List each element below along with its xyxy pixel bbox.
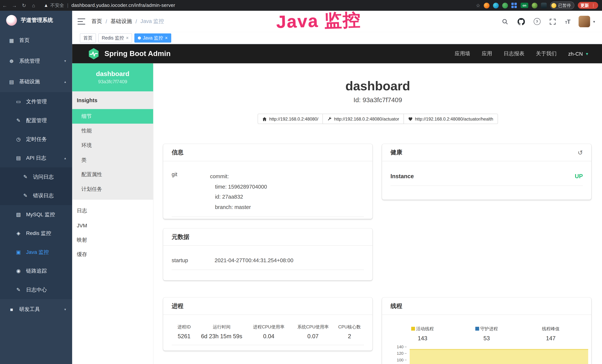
metadata-card-title: 元数据 <box>163 228 373 246</box>
tab-java-monitor[interactable]: Java 监控 × <box>134 33 171 43</box>
close-icon[interactable]: × <box>126 35 129 41</box>
annotation-java-monitor: Java 监控 <box>265 8 373 34</box>
sidebar-item-label: 首页 <box>19 37 30 44</box>
forward-icon[interactable]: → <box>10 2 19 8</box>
back-icon[interactable]: ← <box>0 2 10 8</box>
sidebar-item-access-log[interactable]: ✎ 访问日志 <box>0 167 72 186</box>
paused-badge[interactable]: 已暂停 <box>550 1 574 9</box>
bookmark-star-icon[interactable]: ☆ <box>476 2 480 8</box>
tab-redis-monitor[interactable]: Redis 监控 × <box>98 33 132 43</box>
sidebar-item-mysql-monitor[interactable]: ▧ MySQL 监控 <box>0 205 72 224</box>
sidebar-item-label: 访问日志 <box>33 173 54 180</box>
home-icon <box>262 117 267 121</box>
sidebar-item-label: 配置管理 <box>26 117 47 124</box>
threads-card-title: 线程 <box>382 298 591 315</box>
toolbox-icon: ■ <box>9 307 15 312</box>
sidebar-item-label: 错误日志 <box>33 192 54 199</box>
avatar-caret-down-icon[interactable]: ▾ <box>593 20 595 24</box>
sba-item-classes[interactable]: 类 <box>72 153 153 167</box>
metadata-value: 2021-04-27T00:44:31.254+08:00 <box>215 257 293 263</box>
sba-item-details[interactable]: 细节 <box>72 109 153 124</box>
value-pid: 5261 <box>172 333 197 339</box>
github-icon[interactable] <box>517 18 525 25</box>
actuator-link[interactable]: http://192.168.0.2:48080/actuator <box>322 114 404 124</box>
sidebar-item-scheduled-job[interactable]: ◷ 定时任务 <box>0 130 72 149</box>
process-table-headers: 进程ID 运行时间 进程CPU使用率 系统CPU使用率 CPU核心数 <box>172 324 364 330</box>
sba-item-mappings[interactable]: 映射 <box>72 233 153 247</box>
monitor-icon: ▣ <box>15 249 22 255</box>
log-pencil-icon: ✎ <box>22 174 28 180</box>
sidebar-item-api-log[interactable]: ▤ API 日志 ▴ <box>0 149 72 167</box>
sba-item-caches[interactable]: 缓存 <box>72 247 153 262</box>
security-indicator[interactable]: ▲ 不安全 <box>44 2 64 9</box>
history-icon[interactable]: ↺ <box>578 149 583 156</box>
breadcrumb-home[interactable]: 首页 <box>91 18 102 25</box>
sidebar-collapse-icon[interactable] <box>77 18 85 24</box>
info-card: 信息 git commit: time: 1596289704000 id: 2… <box>163 144 373 219</box>
close-icon[interactable]: × <box>165 35 168 41</box>
live-threads-area <box>410 349 588 364</box>
instance-header[interactable]: dashboard 93a3fc7f7409 <box>72 64 153 91</box>
sba-item-scheduled-tasks[interactable]: 计划任务 <box>72 182 153 197</box>
sba-nav-about[interactable]: 关于我们 <box>536 50 557 57</box>
tab-label: Redis 监控 <box>102 35 124 41</box>
locale-selector[interactable]: zh-CN ▼ <box>568 51 589 57</box>
sidebar-item-java-monitor[interactable]: ▣ Java 监控 <box>0 243 72 261</box>
sba-item-environment[interactable]: 环境 <box>72 138 153 153</box>
search-icon[interactable] <box>501 18 509 25</box>
browser-toolbar: ← → ↻ ⌂ ▲ 不安全 | dashboard.yudao.iocoder.… <box>0 0 602 11</box>
sidebar-item-infra[interactable]: ▤ 基础设施 ▴ <box>0 71 72 92</box>
sba-nav-applications[interactable]: 应用 <box>482 50 492 57</box>
sidebar-item-dev-tools[interactable]: ■ 研发工具 ▾ <box>0 299 72 320</box>
user-avatar[interactable] <box>579 16 590 27</box>
browser-home-icon[interactable]: ⌂ <box>29 2 38 8</box>
sidebar-item-file-manage[interactable]: ▭ 文件管理 <box>0 92 72 111</box>
sidebar-item-config-manage[interactable]: ✎ 配置管理 <box>0 111 72 130</box>
instance-links: http://192.168.0.2:48080/ http://192.168… <box>153 114 602 124</box>
update-button[interactable]: 更新 ⋮ <box>578 2 598 9</box>
fox-extension-icon[interactable] <box>484 2 489 8</box>
info-key: git <box>172 171 210 212</box>
sidebar-item-redis-monitor[interactable]: ◈ Redis 监控 <box>0 224 72 243</box>
app-logo-row[interactable]: 芋道管理系统 <box>0 11 72 30</box>
sba-brand-title[interactable]: Spring Boot Admin <box>104 50 171 58</box>
sba-item-jvm[interactable]: JVM <box>72 218 153 233</box>
col-header-pid: 进程ID <box>172 324 197 330</box>
sidebar-item-label: Java 监控 <box>26 249 49 256</box>
sba-nav-wallboard[interactable]: 应用墙 <box>455 50 470 57</box>
metadata-card: 元数据 startup 2021-04-27T00:44:31.254+08:0… <box>163 228 373 280</box>
header-actions: ? TT ▾ <box>501 16 602 27</box>
tab-label: 首页 <box>83 35 93 41</box>
address-bar-url[interactable]: dashboard.yudao.iocoder.cn/infra/admin-s… <box>71 3 175 8</box>
sidebar-item-system[interactable]: ☸ 系统管理 ▾ <box>0 51 72 71</box>
health-link[interactable]: http://192.168.0.2:48080/actuator/health <box>403 114 498 124</box>
update-label: 更新 <box>580 2 589 8</box>
breadcrumb-infra[interactable]: 基础设施 <box>110 18 132 25</box>
link-label: http://192.168.0.2:48080/actuator <box>334 117 399 121</box>
instance-home-link[interactable]: http://192.168.0.2:48080/ <box>258 114 323 124</box>
info-row-git: git commit: time: 1596289704000 id: 27aa… <box>172 166 364 217</box>
infrastructure-icon: ▤ <box>9 79 15 85</box>
switch-on-extension-icon[interactable]: on <box>521 3 528 8</box>
sidebar-item-trace[interactable]: ◉ 链路追踪 <box>0 261 72 280</box>
database-icon: ▧ <box>15 212 22 217</box>
sidebar-item-error-log[interactable]: ✎ 错误日志 <box>0 186 72 205</box>
pine-extension-icon[interactable] <box>541 2 547 8</box>
sba-item-performance[interactable]: 性能 <box>72 124 153 138</box>
eye-icon: ◉ <box>15 268 22 274</box>
grid-extension-icon[interactable] <box>511 2 517 8</box>
font-size-icon[interactable]: TT <box>565 18 570 25</box>
leaf-extension-icon[interactable] <box>532 2 538 8</box>
sba-item-logs[interactable]: 日志 <box>72 203 153 218</box>
sidebar-item-home[interactable]: ▦ 首页 <box>0 30 72 51</box>
sba-item-config-props[interactable]: 配置属性 <box>72 167 153 182</box>
octotree-extension-icon[interactable] <box>502 2 508 8</box>
sidebar-item-log-center[interactable]: ✎ 日志中心 <box>0 280 72 299</box>
reload-icon[interactable]: ↻ <box>19 2 29 8</box>
tab-home[interactable]: 首页 <box>80 33 96 43</box>
help-icon[interactable]: ? <box>534 18 540 25</box>
sba-nav-journal[interactable]: 日志报表 <box>504 50 525 57</box>
browser-menu-icon[interactable]: ⋮ <box>591 3 595 8</box>
fullscreen-icon[interactable] <box>549 18 557 25</box>
drop-extension-icon[interactable] <box>493 2 499 8</box>
